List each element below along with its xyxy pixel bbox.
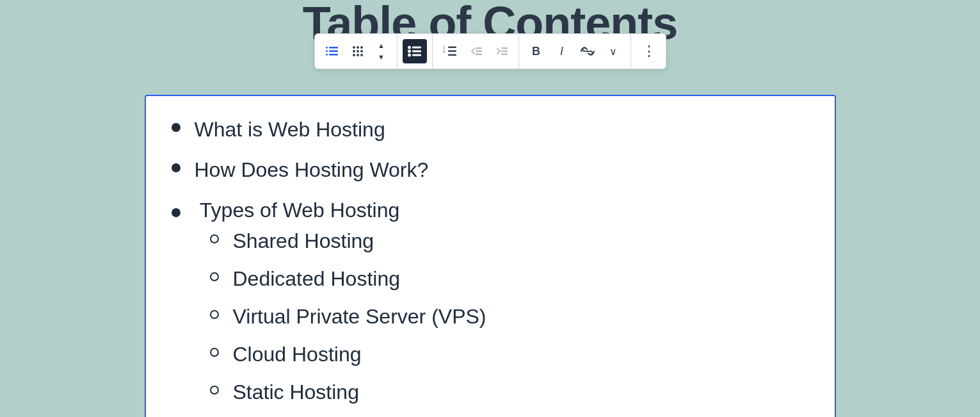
svg-rect-3: [326, 47, 328, 49]
svg-rect-31: [501, 54, 508, 56]
svg-point-8: [360, 46, 363, 49]
content-area: What is Web Hosting How Does Hosting Wor…: [145, 95, 836, 417]
move-up-button[interactable]: ▲: [371, 40, 392, 51]
sub-list-item: Static Hosting: [172, 378, 486, 407]
sub-item-text: Static Hosting: [233, 378, 486, 407]
sub-list-item: Cloud Hosting: [172, 340, 486, 369]
toolbar-group-options: ⋮: [631, 34, 666, 69]
list-item-with-sub: Types of Web Hosting Shared Hosting Dedi…: [172, 196, 809, 407]
bullet-dot: [172, 163, 181, 172]
grid-view-button[interactable]: [346, 39, 370, 63]
sub-item-text: Cloud Hosting: [233, 340, 486, 369]
svg-point-6: [353, 46, 355, 49]
bullet-dot: [172, 123, 181, 132]
item-text: How Does Hosting Work?: [195, 156, 809, 184]
numbered-list-button[interactable]: 1 2: [438, 39, 462, 63]
svg-point-14: [360, 54, 363, 56]
sub-item-text: Shared Hosting: [233, 227, 486, 256]
list-view-button[interactable]: [320, 39, 344, 63]
bullet-circle: [210, 386, 219, 395]
svg-point-17: [408, 50, 411, 53]
bold-button[interactable]: B: [524, 39, 549, 63]
toolbar-group-format: B I ∨: [518, 34, 631, 69]
svg-rect-2: [329, 54, 338, 56]
svg-rect-20: [412, 54, 421, 56]
main-list: What is Web Hosting How Does Hosting Wor…: [172, 115, 809, 406]
svg-point-12: [353, 54, 355, 56]
italic-button[interactable]: I: [550, 39, 574, 63]
item-text: What is Web Hosting: [195, 115, 809, 144]
indent-button[interactable]: [489, 39, 513, 63]
svg-rect-30: [501, 51, 508, 53]
svg-rect-24: [448, 51, 456, 53]
svg-point-15: [408, 46, 411, 49]
svg-point-11: [360, 50, 363, 53]
sub-list-item: Dedicated Hosting: [172, 265, 486, 293]
svg-rect-26: [476, 47, 482, 49]
svg-rect-4: [326, 51, 328, 53]
sub-item-text: Dedicated Hosting: [233, 265, 486, 293]
svg-rect-25: [448, 54, 456, 56]
bullet-circle: [210, 272, 219, 281]
link-button[interactable]: [575, 39, 600, 63]
bullet-dot: [172, 208, 181, 217]
svg-point-10: [357, 50, 359, 53]
svg-point-9: [353, 50, 355, 53]
main-row: Types of Web Hosting: [172, 196, 400, 225]
svg-point-13: [357, 54, 359, 56]
toolbar: ▲ ▼ 1 2: [314, 33, 666, 69]
svg-rect-28: [476, 54, 482, 56]
svg-text:2: 2: [443, 49, 446, 53]
sub-list-item: Virtual Private Server (VPS): [172, 302, 486, 331]
more-options-button[interactable]: ⋮: [636, 39, 661, 63]
more-format-button[interactable]: ∨: [601, 39, 625, 63]
outdent-button[interactable]: [463, 39, 488, 63]
move-down-button[interactable]: ▼: [371, 51, 392, 63]
list-item: What is Web Hosting: [172, 115, 809, 144]
toolbar-group-liststyle: [397, 34, 432, 69]
bullet-circle: [210, 348, 219, 357]
svg-rect-5: [326, 54, 328, 56]
svg-rect-0: [329, 47, 338, 49]
svg-rect-23: [448, 47, 456, 49]
toolbar-group-indent: 1 2: [432, 34, 518, 69]
item-text: Types of Web Hosting: [200, 199, 399, 222]
svg-rect-1: [329, 51, 338, 53]
svg-rect-27: [476, 51, 482, 53]
svg-point-7: [357, 46, 359, 49]
bullet-circle: [210, 310, 219, 319]
bullet-list-button[interactable]: [403, 39, 427, 63]
move-updown-group: ▲ ▼: [371, 39, 392, 63]
toolbar-group-nav: ▲ ▼: [315, 34, 397, 69]
svg-rect-18: [412, 51, 421, 53]
list-item: How Does Hosting Work?: [172, 156, 809, 184]
sub-list: Shared Hosting Dedicated Hosting Virtual…: [172, 227, 486, 406]
sub-list-item: Shared Hosting: [172, 227, 486, 256]
svg-rect-16: [412, 47, 421, 49]
bullet-circle: [210, 234, 219, 243]
svg-rect-29: [501, 47, 508, 49]
svg-point-19: [408, 54, 411, 57]
sub-item-text: Virtual Private Server (VPS): [233, 302, 486, 331]
